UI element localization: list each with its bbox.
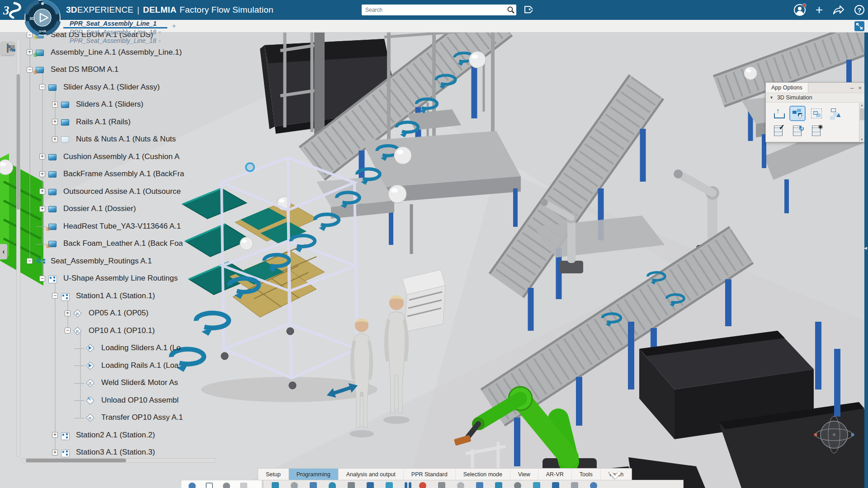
- section-3d-simulation[interactable]: ▼ 3D Simulation: [766, 93, 865, 103]
- tree-node-label[interactable]: OP10 A.1 (OP10.1): [89, 326, 155, 335]
- tree-node[interactable]: OP10 A.1 (OP10.1): [0, 322, 202, 340]
- tree-expander[interactable]: [52, 136, 58, 142]
- action-bar-tab[interactable]: Tools: [572, 469, 601, 480]
- tree-node-label[interactable]: Station2 A.1 (Station.2): [76, 431, 155, 440]
- tree-node[interactable]: OP05 A.1 (OP05): [0, 305, 202, 322]
- tree-expander[interactable]: [77, 345, 83, 351]
- tree-node[interactable]: Slider Assy A.1 (Slider Assy): [0, 79, 202, 96]
- tab-close-icon[interactable]: x: [158, 38, 161, 43]
- tree-node[interactable]: Nuts & Nuts A.1 (Nuts & Nuts: [0, 131, 202, 148]
- document-tab[interactable]: PPR_Seat_Assembly_Line_1: [63, 20, 167, 28]
- tree-node-label[interactable]: Loading Sliders A.1 (Lo: [101, 343, 181, 352]
- tree-horizontal-scrollbar[interactable]: [22, 458, 216, 463]
- tree-node[interactable]: Weld Slider& Motor As: [0, 374, 202, 392]
- tree-node-label[interactable]: BackFrame Assembly A.1 (BackFra: [63, 169, 184, 178]
- tree-node-label[interactable]: Seat DS MBOM A.1: [51, 65, 118, 74]
- tree-expander[interactable]: [52, 119, 58, 125]
- tree-expander[interactable]: [65, 310, 71, 316]
- 3dexperience-compass[interactable]: 3D V+R: [24, 0, 61, 36]
- tree-expander[interactable]: [39, 206, 45, 212]
- tree-node[interactable]: Sliders A.1 (Sliders): [0, 96, 202, 113]
- action-bar-tab[interactable]: Selection mode: [456, 469, 510, 480]
- action-bar-tab[interactable]: View: [510, 469, 538, 480]
- white-shelf[interactable]: [402, 270, 445, 332]
- tree-expander[interactable]: [52, 102, 58, 108]
- tree-expander[interactable]: [77, 380, 83, 386]
- tree-node[interactable]: Assembly_Line A.1 (Assembly_Line.1): [0, 44, 202, 61]
- export-structure-icon[interactable]: [828, 107, 843, 120]
- tab-close-icon[interactable]: x: [158, 29, 161, 35]
- document-tab[interactable]: PPR_Seat_Assembly_Line_18 x: [63, 37, 167, 46]
- tree-node[interactable]: Station1 A.1 (Station.1): [0, 287, 202, 305]
- search-bar[interactable]: [362, 5, 516, 15]
- review-list-icon[interactable]: [809, 124, 824, 137]
- edge-expander-icon[interactable]: ◀: [864, 246, 867, 250]
- tree-node[interactable]: Seat DS MBOM A.1: [0, 61, 202, 79]
- tree-node[interactable]: U-Shape Assembly Line Routings: [0, 270, 202, 287]
- notes-icon[interactable]: [7, 43, 9, 53]
- user-avatar-icon[interactable]: [794, 4, 806, 16]
- search-icon[interactable]: [505, 5, 516, 15]
- tree-node[interactable]: Station2 A.1 (Station.2): [0, 427, 202, 444]
- help-icon[interactable]: ?: [854, 5, 864, 15]
- search-input[interactable]: [362, 7, 505, 13]
- tree-expander[interactable]: [39, 188, 45, 194]
- cropped-quick-icons[interactable]: [181, 480, 262, 488]
- add-content-icon[interactable]: +: [816, 4, 823, 16]
- tag-icon[interactable]: [521, 4, 533, 16]
- action-bar-tab[interactable]: Analysis and output: [339, 469, 404, 480]
- update-simulation-icon[interactable]: [790, 124, 805, 137]
- tree-node-label[interactable]: Station3 A.1 (Station.3): [76, 448, 155, 457]
- 3ds-logo[interactable]: 3: [3, 1, 24, 19]
- tree-node-label[interactable]: Cushion Assembly A.1 (Cushion A: [63, 152, 179, 161]
- cropped-toolbar-icons[interactable]: [263, 480, 684, 488]
- tree-expander[interactable]: [39, 154, 45, 160]
- tree-expander[interactable]: [52, 450, 58, 455]
- tree-node[interactable]: Back Foam_Leather A.1 (Back Foa: [0, 235, 202, 253]
- tree-node-label[interactable]: Dossier A.1 (Dossier): [63, 204, 136, 213]
- tree-node-label[interactable]: Assembly_Line A.1 (Assembly_Line.1): [51, 48, 182, 57]
- tree-node[interactable]: Dossier A.1 (Dossier): [0, 200, 202, 218]
- tree-node-label[interactable]: OP05 A.1 (OP05): [89, 309, 148, 318]
- tree-expander[interactable]: [27, 49, 33, 55]
- tree-node-label[interactable]: Sliders A.1 (Sliders): [76, 100, 143, 109]
- tree-expander[interactable]: [27, 258, 33, 264]
- tree-expander[interactable]: [77, 397, 83, 403]
- tree-node-label[interactable]: Weld Slider& Motor As: [101, 378, 178, 387]
- action-bar-tab[interactable]: Programming: [289, 469, 339, 480]
- tree-node[interactable]: Transfer OP10 Assy A.1: [0, 409, 202, 427]
- scrollbar-thumb[interactable]: [26, 459, 126, 462]
- tree-node-label[interactable]: Loading Rails A.1 (Loa: [101, 361, 179, 370]
- tree-node[interactable]: Rails A.1 (Rails): [0, 113, 202, 131]
- tree-node[interactable]: HeadRest Tube_YA3-V113646 A.1: [0, 218, 202, 235]
- selection-point[interactable]: [246, 163, 254, 171]
- scrollbar-thumb[interactable]: [17, 74, 20, 210]
- tree-expander[interactable]: [52, 293, 58, 299]
- tree-node-label[interactable]: Outsourced Assise A.1 (Outsource: [63, 187, 181, 196]
- publish-simulation-icon[interactable]: [771, 107, 786, 120]
- panel-collapse-chevron[interactable]: ‹: [0, 244, 7, 259]
- tree-expander[interactable]: [39, 276, 45, 282]
- tree-node[interactable]: Loading Rails A.1 (Loa: [0, 357, 202, 375]
- tree-expander[interactable]: [39, 171, 45, 177]
- minimize-icon[interactable]: –: [850, 85, 854, 91]
- tree-node-label[interactable]: Station1 A.1 (Station.1): [76, 291, 155, 300]
- tree-node[interactable]: Unload OP10 Assembl: [0, 392, 202, 409]
- tree-node[interactable]: Cushion Assembly A.1 (Cushion A: [0, 148, 202, 166]
- tree-node-label[interactable]: Rails A.1 (Rails): [76, 117, 131, 127]
- tree-expander[interactable]: [39, 84, 45, 90]
- new-tab-button[interactable]: +: [167, 20, 181, 32]
- toolbar-collapse-chevron-icon[interactable]: [607, 469, 623, 480]
- action-bar-tab[interactable]: AR-VR: [538, 469, 572, 480]
- fullscreen-icon[interactable]: [854, 21, 864, 31]
- tree-node-label[interactable]: Seat_Assembly_Routings A.1: [51, 257, 152, 266]
- tree-expander[interactable]: [52, 432, 58, 438]
- section-collapse-icon[interactable]: ▼: [769, 95, 774, 100]
- tree-node[interactable]: Outsourced Assise A.1 (Outsource: [0, 183, 202, 201]
- tree-node[interactable]: Seat_Assembly_Routings A.1: [0, 253, 202, 270]
- validate-list-icon[interactable]: [771, 124, 786, 137]
- capture-layout-icon[interactable]: [809, 107, 824, 120]
- tree-node[interactable]: Loading Sliders A.1 (Lo: [0, 339, 202, 357]
- tree-node-label[interactable]: U-Shape Assembly Line Routings: [63, 274, 178, 283]
- app-options-header[interactable]: App Options – ×: [766, 83, 865, 93]
